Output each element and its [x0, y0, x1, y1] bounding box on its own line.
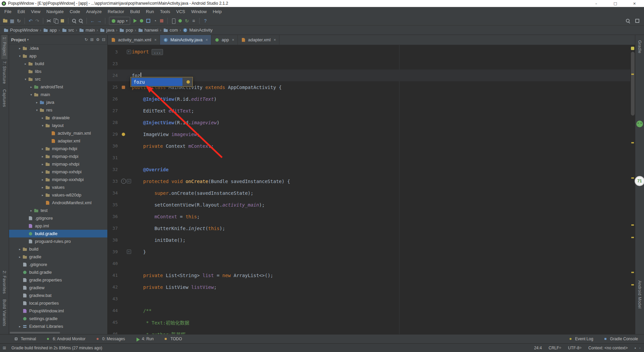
warning-stripe-mark[interactable] — [631, 224, 634, 226]
menu-item-analyze[interactable]: Analyze — [83, 7, 105, 16]
breadcrumb-popupwindow[interactable]: PopupWindow — [3, 28, 39, 33]
menu-item-help[interactable]: Help — [210, 7, 225, 16]
vertical-scrollbar[interactable] — [631, 52, 635, 116]
tree-item-popupwindow-iml[interactable]: PopupWindow.iml — [9, 307, 107, 315]
tree-toggle-icon[interactable]: ▸ — [35, 101, 39, 104]
refresh-icon[interactable]: ↻ — [85, 37, 88, 42]
tool-button-todo[interactable]: TODO — [163, 336, 182, 342]
find-icon[interactable] — [71, 17, 77, 24]
avd-manager-icon[interactable] — [170, 17, 177, 24]
tool-button-gradle-console[interactable]: Gradle Console — [603, 336, 638, 342]
tree-toggle-icon[interactable]: ▸ — [40, 147, 45, 150]
settings-icon[interactable]: ⚙ — [96, 37, 100, 42]
tool-button-gradle[interactable]: Gradle — [635, 38, 644, 55]
warning-stripe-mark[interactable] — [631, 284, 634, 285]
tree-item-androidtest[interactable]: ▸androidTest — [9, 83, 107, 91]
breadcrumb-src[interactable]: src — [61, 28, 75, 33]
breadcrumb-pop[interactable]: pop — [118, 28, 134, 33]
fold-toggle-icon[interactable]: − — [127, 250, 131, 254]
tool-button-1-project[interactable]: 1: Project — [1, 35, 7, 59]
tree-toggle-icon[interactable]: ▸ — [40, 178, 45, 181]
tree-item-mipmap-xxxhdpi[interactable]: ▸mipmap-xxxhdpi — [9, 176, 107, 183]
expand-all-icon[interactable]: ⊞ — [90, 37, 94, 42]
tree-toggle-icon[interactable]: ▸ — [40, 170, 45, 174]
tool-button-build-variants[interactable]: Build Variants — [1, 297, 7, 329]
project-structure-icon[interactable]: ≡ — [190, 17, 197, 24]
messages-icon[interactable] — [95, 336, 100, 342]
android-avd-icon[interactable] — [636, 121, 643, 127]
tree-item-java[interactable]: ▸java — [9, 98, 107, 106]
tree-item-gradle[interactable]: ▸gradle — [9, 253, 107, 261]
tree-toggle-icon[interactable]: ▸ — [29, 85, 34, 89]
tool-button-7-structure[interactable]: 7: Structure — [1, 59, 7, 87]
run-icon[interactable] — [131, 17, 138, 24]
save-all-icon[interactable]: ▦ — [9, 17, 15, 24]
android-monitor-icon[interactable] — [45, 336, 51, 342]
chevron-down-icon[interactable]: ▾ — [27, 38, 29, 41]
breadcrumb-hanwei[interactable]: hanwei — [137, 28, 159, 33]
tool-button-event-log[interactable]: Event Log — [568, 336, 593, 342]
tree-item-drawable[interactable]: ▸drawable — [9, 114, 107, 122]
tool-button-captures[interactable]: Captures — [1, 87, 7, 111]
close-tab-icon[interactable]: × — [274, 38, 276, 42]
tree-item-adapter-xml[interactable]: adapter.xml — [9, 137, 107, 145]
tool-windows-icon[interactable] — [634, 17, 641, 24]
sdk-manager-icon[interactable] — [177, 17, 183, 24]
tree-item-gradlew[interactable]: gradlew — [9, 284, 107, 292]
run-config-combo[interactable]: app▾ — [109, 17, 130, 25]
tree-item-gradle-properties[interactable]: gradle.properties — [9, 276, 107, 284]
lock-icon[interactable]: ▪ — [634, 346, 636, 350]
tab-mainactivity-java[interactable]: MainActivity.java× — [160, 35, 211, 45]
tab-adapter-xml[interactable]: adapter.xml× — [238, 35, 279, 45]
tool-window-switcher-icon[interactable]: ⊞ — [2, 346, 7, 350]
close-tab-icon[interactable]: × — [154, 38, 157, 42]
warning-stripe-mark[interactable] — [631, 272, 634, 273]
terminal-icon[interactable] — [13, 336, 19, 342]
back-icon[interactable]: ← — [89, 17, 96, 24]
menu-item-edit[interactable]: Edit — [14, 7, 28, 16]
maximize-button[interactable]: □ — [606, 0, 625, 7]
menu-item-tools[interactable]: Tools — [157, 7, 173, 16]
tree-item--idea[interactable]: ▸.idea — [9, 44, 107, 52]
tree-toggle-icon[interactable]: ▸ — [17, 248, 22, 251]
tree-item-proguard-rules-pro[interactable]: proguard-rules.pro — [9, 237, 107, 245]
completion-item[interactable]: fozu — [131, 78, 182, 86]
tree-item-gradlew-bat[interactable]: gradlew.bat — [9, 292, 107, 299]
breadcrumb-app[interactable]: app — [42, 28, 58, 33]
close-button[interactable]: × — [625, 0, 644, 7]
stop-icon[interactable] — [158, 17, 165, 24]
close-tab-icon[interactable]: × — [232, 38, 234, 42]
breadcrumb-java[interactable]: java — [99, 28, 115, 33]
tree-item-layout[interactable]: ▾layout — [9, 122, 107, 129]
tree-toggle-icon[interactable]: ▸ — [40, 155, 45, 158]
todo-icon[interactable] — [163, 336, 168, 342]
tree-item-mipmap-mdpi[interactable]: ▸mipmap-mdpi — [9, 152, 107, 160]
cut-icon[interactable] — [46, 17, 52, 24]
event-log-icon[interactable] — [568, 336, 573, 342]
tree-item-androidmanifest-xml[interactable]: AndroidManifest.xml — [9, 199, 107, 207]
redo-icon[interactable]: ↷ — [34, 17, 41, 24]
tree-item-res[interactable]: ▾res — [9, 106, 107, 114]
tree-item-mipmap-xhdpi[interactable]: ▸mipmap-xhdpi — [9, 160, 107, 168]
tree-item-libs[interactable]: libs — [9, 68, 107, 75]
tree-item-app-iml[interactable]: app.iml — [9, 222, 107, 230]
menu-item-build[interactable]: Build — [127, 7, 143, 16]
warning-stripe-mark[interactable] — [631, 237, 634, 238]
project-view-selector[interactable]: Project — [11, 37, 26, 42]
collapse-all-icon[interactable]: ⊟ — [102, 37, 105, 42]
tool-button-terminal[interactable]: Terminal — [13, 336, 36, 342]
warning-marker-icon[interactable] — [122, 133, 125, 136]
tree-toggle-icon[interactable]: ▸ — [17, 255, 22, 259]
tree-toggle-icon[interactable]: ▾ — [35, 108, 39, 112]
tree-item-mipmap-xxhdpi[interactable]: ▸mipmap-xxhdpi — [9, 168, 107, 176]
file-encoding[interactable]: UTF-8÷ — [568, 346, 582, 350]
tree-item-build-gradle[interactable]: build.gradle — [9, 268, 107, 276]
copy-icon[interactable] — [52, 17, 59, 24]
menu-item-file[interactable]: File — [1, 7, 14, 16]
search-everywhere-icon[interactable] — [625, 17, 631, 24]
sync-icon[interactable]: ↻ — [15, 17, 22, 24]
debug-icon[interactable] — [138, 17, 145, 24]
tree-toggle-icon[interactable]: ▸ — [29, 209, 34, 212]
line-endings[interactable]: CRLF÷ — [549, 346, 561, 350]
replace-icon[interactable] — [77, 17, 84, 24]
